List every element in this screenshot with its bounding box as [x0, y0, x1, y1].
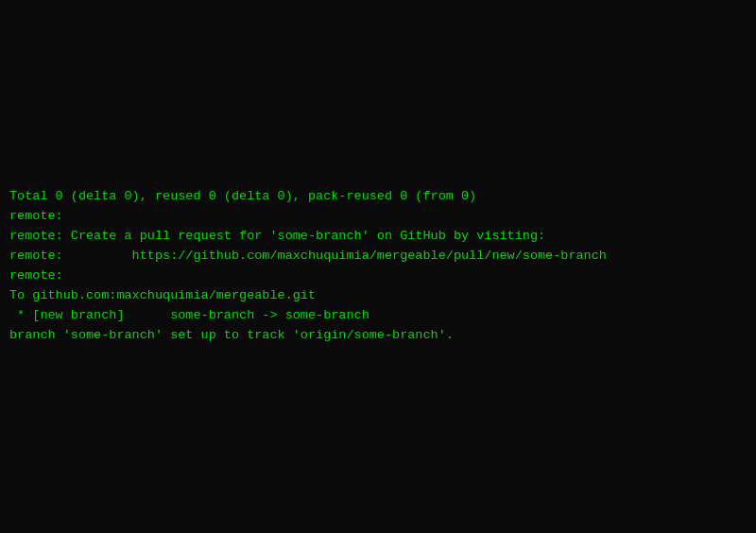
terminal-window: Total 0 (delta 0), reused 0 (delta 0), p… [0, 0, 756, 533]
terminal-line-4: remote: https://github.com/maxchuquimia/… [9, 247, 747, 266]
terminal-line-1: Total 0 (delta 0), reused 0 (delta 0), p… [9, 187, 747, 207]
terminal-line-8: branch 'some-branch' set up to track 'or… [9, 326, 747, 346]
terminal-line-3: remote: Create a pull request for 'some-… [9, 227, 747, 247]
terminal-line-5: remote: [9, 266, 747, 286]
terminal-line-6: To github.com:maxchuquimia/mergeable.git [9, 286, 747, 306]
terminal-line-7: * [new branch] some-branch -> some-branc… [9, 306, 747, 326]
terminal-line-2: remote: [9, 207, 747, 227]
